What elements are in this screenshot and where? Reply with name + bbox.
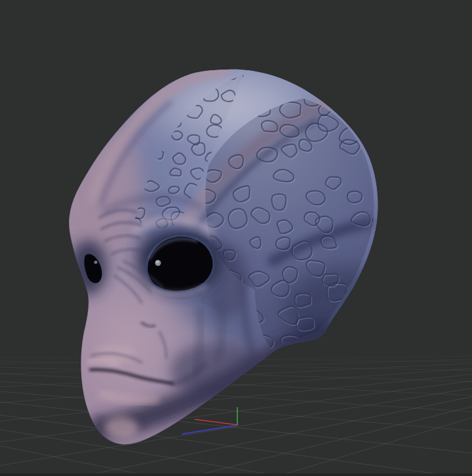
- viewport-canvas: [0, 0, 472, 476]
- right-eye-highlight-core: [156, 261, 159, 264]
- left-eye-highlight: [94, 261, 98, 264]
- 3d-viewport[interactable]: [0, 0, 472, 476]
- viewport-bottom-edge: [0, 473, 472, 476]
- chin-highlight: [104, 417, 138, 438]
